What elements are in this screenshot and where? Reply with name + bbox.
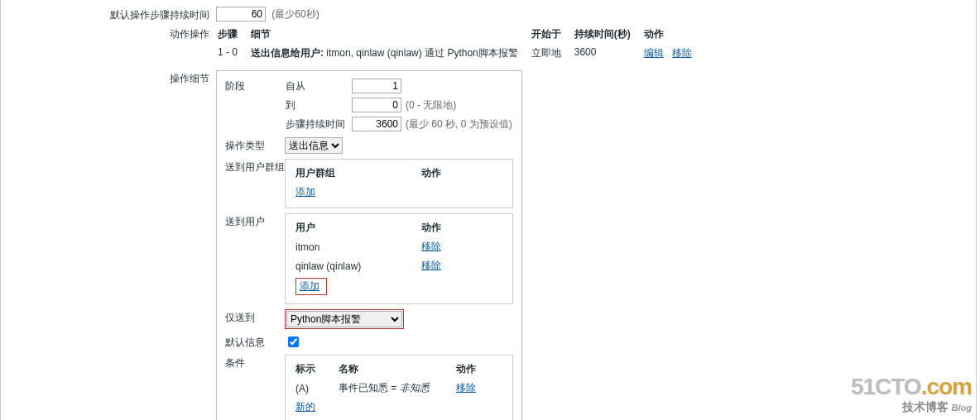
label-step-duration: 步骤持续时间: [285, 116, 351, 132]
label-to: 到: [285, 97, 351, 116]
select-op-type[interactable]: 送出信息: [285, 137, 343, 154]
label-only-send: 仅送到: [225, 309, 285, 325]
th-detail: 细节: [249, 26, 530, 45]
add-user-highlight: 添加: [295, 278, 327, 295]
label-default-duration: 默认操作步骤持续时间: [1, 7, 216, 22]
remove-cond-link[interactable]: 移除: [456, 382, 476, 394]
row-action-ops: 动作操作 步骤 细节 开始于 持续时间(秒) 动作 1 - 0 送出信息给用户:…: [1, 26, 976, 62]
label-send-users: 送到用户: [225, 213, 285, 229]
th-group-action: 动作: [418, 165, 506, 182]
table-row: (A) 事件已知悉 = 非知悉 移除: [292, 379, 506, 397]
row-default-duration: 默认操作步骤持续时间 (最少60秒): [1, 7, 976, 22]
checkbox-default-msg[interactable]: [288, 336, 299, 347]
op-detail-box: 阶段 自从 到 (0 - 无限地): [216, 70, 522, 420]
watermark: 51CTO.com 技术博客Blog: [851, 374, 972, 415]
edit-link[interactable]: 编辑: [644, 47, 664, 59]
input-default-duration[interactable]: [216, 7, 266, 21]
hint-default-duration: (最少60秒): [271, 8, 319, 20]
cell-start: 立即地: [530, 45, 573, 62]
cell-user-name: itmon: [292, 238, 416, 255]
cell-user-name: qinlaw (qinlaw): [292, 257, 416, 274]
add-group-link[interactable]: 添加: [295, 186, 315, 198]
th-step: 步骤: [216, 26, 249, 45]
th-cond-action: 动作: [453, 360, 506, 378]
table-row: itmon 移除: [292, 238, 506, 255]
table-row: 1 - 0 送出信息给用户: itmon, qinlaw (qinlaw) 通过…: [216, 45, 704, 62]
remove-user-link[interactable]: 移除: [421, 241, 441, 252]
th-start: 开始于: [530, 26, 573, 45]
panel-conditions: 标示 名称 动作 (A) 事件已知悉 = 非知悉 移除: [285, 355, 513, 420]
row-op-detail: 操作细节 阶段 自从 到: [1, 70, 976, 420]
input-from[interactable]: [352, 79, 401, 93]
label-conditions: 条件: [225, 355, 285, 370]
th-group: 用户群组: [292, 165, 416, 182]
action-ops-table: 步骤 细节 开始于 持续时间(秒) 动作 1 - 0 送出信息给用户: itmo…: [216, 26, 704, 62]
th-duration: 持续时间(秒): [573, 26, 642, 45]
cell-step: 1 - 0: [216, 45, 249, 62]
hint-step-duration: (最少 60 秒, 0 为预设值): [402, 116, 513, 132]
select-only-send[interactable]: Python脚本报警: [286, 311, 402, 327]
label-stage: 阶段: [225, 78, 285, 93]
cell-detail: 送出信息给用户: itmon, qinlaw (qinlaw) 通过 Pytho…: [249, 45, 530, 62]
th-tag: 标示: [292, 360, 334, 378]
cell-tag: (A): [292, 379, 334, 397]
hint-to: (0 - 无限地): [402, 97, 513, 116]
panel-send-users: 用户 动作 itmon 移除 qinlaw (qinlaw) 移除: [285, 213, 513, 304]
label-send-groups: 送到用户群组: [225, 159, 285, 174]
th-user: 用户: [292, 219, 416, 236]
label-from: 自从: [285, 78, 351, 97]
th-user-action: 动作: [418, 219, 506, 236]
remove-link[interactable]: 移除: [672, 47, 692, 59]
label-op-type: 操作类型: [225, 137, 285, 153]
config-form: 默认操作步骤持续时间 (最少60秒) 动作操作 步骤 细节 开始于 持续时间(秒…: [0, 0, 977, 420]
input-to[interactable]: [352, 98, 401, 112]
cell-actions: 编辑 移除: [642, 45, 704, 62]
panel-send-groups: 用户群组 动作 添加: [285, 159, 513, 208]
input-step-duration[interactable]: [352, 117, 401, 131]
cell-duration: 3600: [573, 45, 642, 62]
only-send-highlight: Python脚本报警: [285, 309, 404, 329]
remove-user-link[interactable]: 移除: [421, 260, 441, 271]
label-default-msg: 默认信息: [225, 334, 285, 350]
add-user-link[interactable]: 添加: [300, 280, 319, 292]
th-name: 名称: [335, 360, 451, 378]
table-row: qinlaw (qinlaw) 移除: [292, 257, 506, 274]
th-action: 动作: [642, 26, 704, 45]
label-action-ops: 动作操作: [1, 26, 216, 41]
new-cond-link[interactable]: 新的: [295, 401, 315, 413]
cell-cond-name: 事件已知悉 = 非知悉: [335, 379, 451, 397]
label-op-detail: 操作细节: [1, 70, 216, 86]
